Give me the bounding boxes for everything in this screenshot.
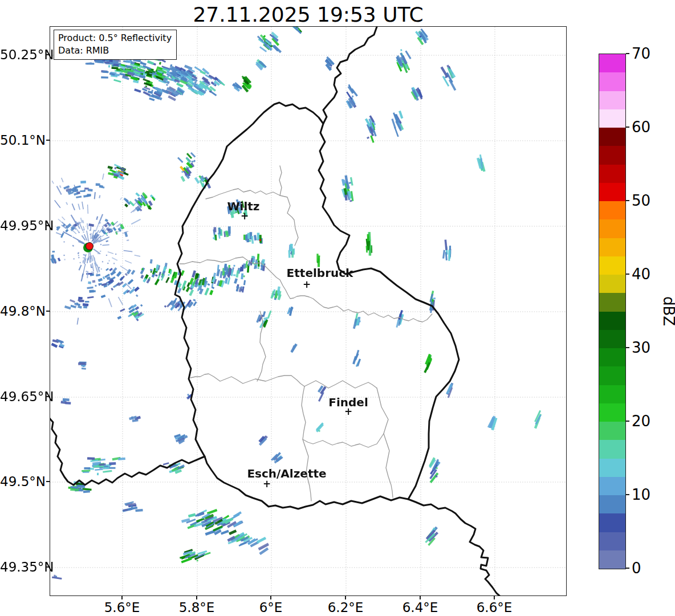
x-tick-mark [270, 596, 271, 599]
colorbar-tick-label: 30 [632, 339, 650, 356]
y-tick-label: 49.95°N [0, 218, 46, 233]
colorbar-tick-mark [626, 200, 629, 201]
colorbar-segment [599, 532, 625, 550]
colorbar-segment [599, 238, 625, 256]
x-tick-label: 5.8°E [165, 600, 228, 615]
info-product-line: Product: 0.5° Reflectivity [58, 32, 172, 44]
colorbar-segment [599, 459, 625, 477]
x-tick-mark [121, 596, 123, 599]
y-tick-mark [46, 54, 50, 55]
colorbar-segment [599, 385, 625, 403]
x-tick-mark [420, 596, 421, 599]
x-tick-mark [196, 596, 197, 599]
city-marker-icon: + [241, 211, 249, 221]
colorbar-segment [599, 293, 625, 311]
colorbar-segment [599, 91, 625, 109]
colorbar-tick-mark [626, 347, 629, 348]
y-tick-label: 49.35°N [0, 560, 46, 574]
colorbar-tick-mark [626, 274, 629, 275]
city-label: Esch/Alzette [247, 467, 326, 480]
colorbar-tick-mark [626, 421, 629, 422]
colorbar-segment [599, 422, 625, 440]
y-tick-mark [46, 481, 50, 482]
x-tick-label: 6.2°E [314, 600, 377, 615]
x-tick-mark [494, 596, 495, 599]
colorbar-tick-label: 20 [632, 413, 650, 430]
colorbar-tick-mark [626, 53, 629, 54]
y-tick-label: 49.8°N [0, 304, 46, 319]
y-tick-mark [46, 566, 50, 568]
city-marker-icon: + [344, 407, 352, 417]
colorbar-segment [599, 165, 625, 183]
colorbar-title: dBZ [660, 291, 675, 331]
colorbar-tick-label: 60 [632, 119, 650, 136]
x-tick-label: 6°E [239, 600, 302, 615]
y-tick-label: 50.1°N [0, 133, 46, 148]
colorbar-tick-label: 70 [632, 45, 650, 62]
y-tick-mark [46, 225, 50, 226]
colorbar-segment [599, 219, 625, 238]
y-tick-mark [46, 311, 50, 312]
colorbar-tick-mark [626, 568, 629, 569]
colorbar-segment [599, 403, 625, 422]
colorbar-segment [599, 146, 625, 164]
y-tick-label: 49.65°N [0, 389, 46, 404]
x-tick-label: 5.6°E [91, 600, 153, 615]
colorbar-tick-label: 40 [632, 266, 650, 283]
colorbar-segment [599, 201, 625, 219]
y-tick-mark [46, 396, 50, 397]
colorbar-segment [599, 72, 625, 91]
x-tick-mark [345, 596, 346, 599]
y-tick-mark [46, 140, 50, 141]
y-tick-label: 49.5°N [0, 474, 46, 489]
colorbar-segment [599, 109, 625, 128]
radar-echoes-canvas [50, 27, 567, 596]
colorbar-segment [599, 256, 625, 275]
plot-area: Product: 0.5° Reflectivity Data: RMIB Wi… [50, 26, 567, 596]
colorbar-segment [599, 275, 625, 293]
colorbar-segment [599, 128, 625, 146]
colorbar-segment [599, 495, 625, 513]
info-data-line: Data: RMIB [58, 44, 172, 57]
info-box: Product: 0.5° Reflectivity Data: RMIB [54, 30, 177, 60]
colorbar-segment [599, 513, 625, 532]
city-marker-icon: + [263, 479, 271, 489]
colorbar-tick-label: 0 [632, 560, 641, 577]
radar-site-dot-icon [86, 242, 93, 250]
x-tick-label: 6.4°E [389, 600, 452, 615]
y-tick-label: 50.25°N [0, 47, 46, 62]
colorbar-segment [599, 348, 625, 366]
colorbar-tick-mark [626, 494, 629, 495]
radar-figure: 27.11.2025 19:53 UTC [0, 0, 675, 616]
city-label: Ettelbruck [287, 266, 353, 280]
colorbar-segment [599, 440, 625, 458]
colorbar-tick-mark [626, 127, 629, 128]
page-title: 27.11.2025 19:53 UTC [50, 4, 567, 26]
city-marker-icon: + [303, 280, 311, 289]
colorbar-tick-label: 50 [632, 192, 650, 209]
colorbar-segment [599, 477, 625, 495]
colorbar-segment [599, 312, 625, 330]
colorbar-segment [599, 54, 625, 72]
x-tick-label: 6.6°E [463, 600, 526, 615]
colorbar-segment [599, 330, 625, 348]
colorbar-segment [599, 366, 625, 385]
colorbar [599, 54, 626, 569]
colorbar-tick-label: 10 [632, 486, 650, 503]
colorbar-segment [599, 183, 625, 201]
colorbar-segment [599, 550, 625, 569]
